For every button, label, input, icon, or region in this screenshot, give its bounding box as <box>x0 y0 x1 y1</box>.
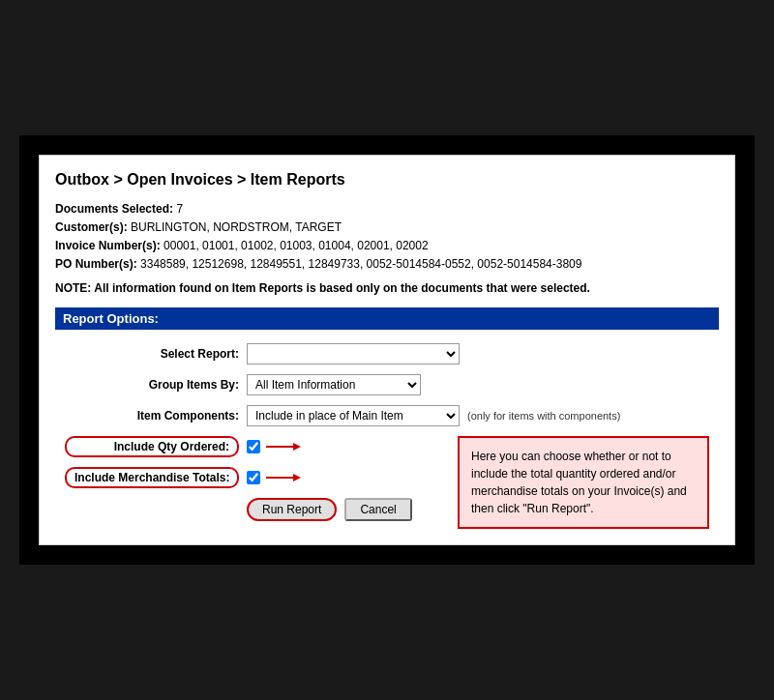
invoices-row: Invoice Number(s): 00001, 01001, 01002, … <box>55 237 719 255</box>
documents-selected: Documents Selected: 7 <box>55 200 719 219</box>
info-section: Documents Selected: 7 Customer(s): BURLI… <box>55 200 719 299</box>
select-report-label: Select Report: <box>65 347 239 361</box>
customers-value: BURLINGTON, NORDSTROM, TARGET <box>131 220 342 234</box>
run-report-button[interactable]: Run Report <box>247 498 337 521</box>
po-value: 3348589, 12512698, 12849551, 12849733, 0… <box>140 257 581 271</box>
item-components-label: Item Components: <box>65 409 239 423</box>
note-text: NOTE: All information found on Item Repo… <box>55 281 590 295</box>
left-form: Include Qty Ordered: Include Merchandise… <box>65 436 429 521</box>
note-row: NOTE: All information found on Item Repo… <box>55 279 719 298</box>
page-title: Outbox > Open Invoices > Item Reports <box>55 171 719 189</box>
select-report-dropdown[interactable] <box>247 343 460 365</box>
qty-arrow-icon <box>264 437 303 456</box>
include-merch-checkbox[interactable] <box>247 471 260 484</box>
include-merch-row: Include Merchandise Totals: <box>65 467 429 488</box>
include-qty-label: Include Qty Ordered: <box>65 436 239 457</box>
group-items-row: Group Items By: All Item Information <box>65 374 709 395</box>
po-label: PO Number(s): <box>55 257 137 271</box>
item-components-row: Item Components: Include in place of Mai… <box>65 405 709 426</box>
documents-selected-label: Documents Selected: <box>55 202 173 216</box>
buttons-row: Run Report Cancel <box>247 498 429 521</box>
content-lower: Include Qty Ordered: Include Merchandise… <box>65 436 709 529</box>
outer-container: Outbox > Open Invoices > Item Reports Do… <box>19 135 755 566</box>
form-area: Select Report: Group Items By: All Item … <box>55 343 719 529</box>
invoices-label: Invoice Number(s): <box>55 239 161 252</box>
documents-selected-value: 7 <box>176 202 183 216</box>
cancel-button[interactable]: Cancel <box>344 498 411 521</box>
include-qty-row: Include Qty Ordered: <box>65 436 429 457</box>
customers-row: Customer(s): BURLINGTON, NORDSTROM, TARG… <box>55 219 719 237</box>
item-components-note: (only for items with components) <box>467 410 620 422</box>
include-qty-checkbox[interactable] <box>247 440 260 453</box>
po-row: PO Number(s): 3348589, 12512698, 1284955… <box>55 255 719 274</box>
select-report-row: Select Report: <box>65 343 709 365</box>
svg-marker-1 <box>293 443 301 451</box>
main-panel: Outbox > Open Invoices > Item Reports Do… <box>39 155 735 546</box>
group-items-dropdown[interactable]: All Item Information <box>247 374 421 395</box>
group-items-label: Group Items By: <box>65 378 239 392</box>
include-merch-label: Include Merchandise Totals: <box>65 467 239 488</box>
invoices-value: 00001, 01001, 01002, 01003, 01004, 02001… <box>164 239 429 252</box>
svg-marker-3 <box>293 474 301 481</box>
merch-arrow-icon <box>264 468 303 487</box>
report-options-header: Report Options: <box>55 307 719 330</box>
item-components-dropdown[interactable]: Include in place of Main Item <box>247 405 460 426</box>
customers-label: Customer(s): <box>55 220 128 234</box>
tooltip-box: Here you can choose whether or not to in… <box>458 436 709 529</box>
